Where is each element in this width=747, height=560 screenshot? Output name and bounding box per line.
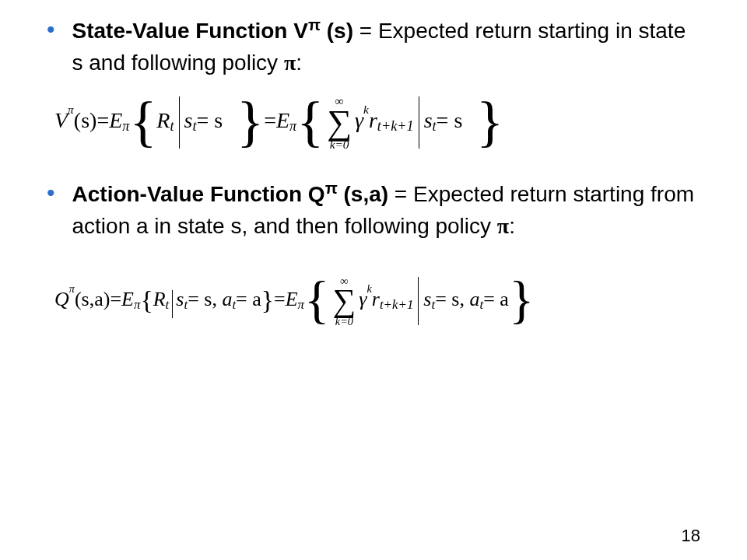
eq2-at-sub: t: [232, 297, 236, 313]
eq1-Rt: t: [170, 118, 174, 135]
eq1-st-sub: t: [192, 118, 196, 135]
eq2-pi-sup: π: [69, 282, 75, 296]
eq2-bar1: [172, 290, 173, 318]
eq2-k: k: [366, 282, 371, 296]
eq1-bar1: [179, 96, 180, 149]
eq2-at2-sub: t: [479, 297, 483, 313]
eq1-k: k: [363, 103, 369, 117]
equation-2: Q π (s,a) = E π { R t s t = s , a t = a …: [54, 274, 700, 325]
eq1-rb1: }: [237, 99, 264, 144]
eq2-at: a: [222, 287, 232, 311]
eq2-Rt: t: [166, 297, 170, 313]
eq1-st2: s: [424, 107, 433, 134]
equation-1: V π (s) = E π { R t s t = s } = E π { ∞: [54, 93, 700, 148]
eq1-bar2: [419, 96, 419, 149]
eq1-st2-sub: t: [433, 118, 437, 135]
eq2-sa: (s,a): [75, 287, 110, 311]
eq1-E1: E: [109, 107, 122, 134]
bullet-1: • State-Value Function Vπ (s) = Expected…: [47, 16, 700, 79]
eq1-eqs: = s: [197, 107, 223, 134]
eq2-Q: Q: [54, 287, 69, 311]
eq2-st-sub: t: [184, 297, 188, 313]
eq2-bar2: [418, 277, 419, 325]
b1-policy: π: [284, 51, 296, 75]
eq2-st: s: [176, 287, 184, 311]
eq1-sum: ∞ ∑ k=0: [327, 95, 352, 150]
eq1-rb2: }: [476, 99, 503, 144]
eq2-eqa: = a: [236, 287, 261, 311]
eq2-rb2: }: [509, 279, 534, 321]
eq2-sum: ∞ ∑ k=0: [333, 275, 356, 327]
bullet-dot-icon: •: [47, 179, 55, 207]
b2-policy: π: [497, 214, 509, 238]
eq1-r: r: [369, 107, 377, 134]
eq1-E2: E: [276, 107, 289, 134]
bullet-2: • Action-Value Function Qπ (s,a) = Expec…: [47, 179, 700, 242]
eq2-st2: s: [423, 287, 431, 311]
eq2-tk1: t+k+1: [380, 297, 413, 313]
b1-title: State-Value Function V: [72, 19, 308, 43]
b1-sup: π: [308, 16, 321, 33]
eq2-E1: E: [121, 287, 134, 311]
eq2-gamma: γ: [359, 287, 366, 311]
bullet-dot-icon: •: [47, 16, 55, 44]
eq2-eq2: =: [274, 287, 286, 311]
b2-title: Action-Value Function Q: [72, 182, 325, 206]
eq2-sum-bot: k=0: [335, 316, 353, 327]
eq1-lb1: {: [129, 99, 156, 144]
eq1-eq2: =: [264, 107, 276, 134]
eq2-eqs: = s: [188, 287, 212, 311]
eq1-E1-sub: π: [122, 118, 129, 135]
eq2-R: R: [153, 287, 166, 311]
eq2-E1-sub: π: [134, 297, 140, 313]
eq1-sum-bot: k=0: [330, 138, 349, 150]
bullet-1-text: State-Value Function Vπ (s) = Expected r…: [72, 16, 700, 79]
b2-sup: π: [325, 179, 338, 197]
eq1-st: s: [184, 107, 193, 134]
eq1-eqs2: = s: [437, 107, 463, 134]
eq1-E2-sub: π: [289, 118, 296, 135]
eq2-st2-sub: t: [431, 297, 435, 313]
eq2-r: r: [372, 287, 380, 311]
b1-paren: (s): [321, 19, 353, 43]
eq2-E2-sub: π: [298, 297, 304, 313]
eq2-E2: E: [286, 287, 298, 311]
eq1-eq: =: [96, 107, 109, 134]
b2-paren: (s,a): [338, 182, 388, 206]
slide: • State-Value Function Vπ (s) = Expected…: [0, 0, 747, 560]
eq1-pi-sup: π: [68, 103, 74, 117]
eq1-R: R: [156, 107, 170, 134]
eq2-lb1: {: [140, 285, 153, 317]
eq2-at2: a: [469, 287, 479, 311]
eq2-rb1: }: [261, 285, 274, 317]
page-number: 18: [682, 526, 700, 546]
eq1-lb2: {: [296, 99, 324, 144]
b1-colon: :: [296, 51, 302, 75]
eq2-lb2: {: [304, 279, 329, 321]
eq1-gamma: γ: [355, 107, 363, 134]
sigma-icon: ∑: [327, 107, 352, 138]
b2-colon: :: [509, 214, 515, 238]
eq1-tk1: t+k+1: [377, 118, 414, 135]
eq2-eqs2: = s: [435, 287, 459, 311]
eq2-eq: =: [110, 287, 121, 311]
eq2-eqa2: = a: [483, 287, 509, 311]
eq1-V: V: [54, 107, 68, 134]
bullet-2-text: Action-Value Function Qπ (s,a) = Expecte…: [72, 179, 700, 242]
eq1-s: (s): [74, 107, 97, 134]
sigma-icon: ∑: [333, 286, 356, 315]
